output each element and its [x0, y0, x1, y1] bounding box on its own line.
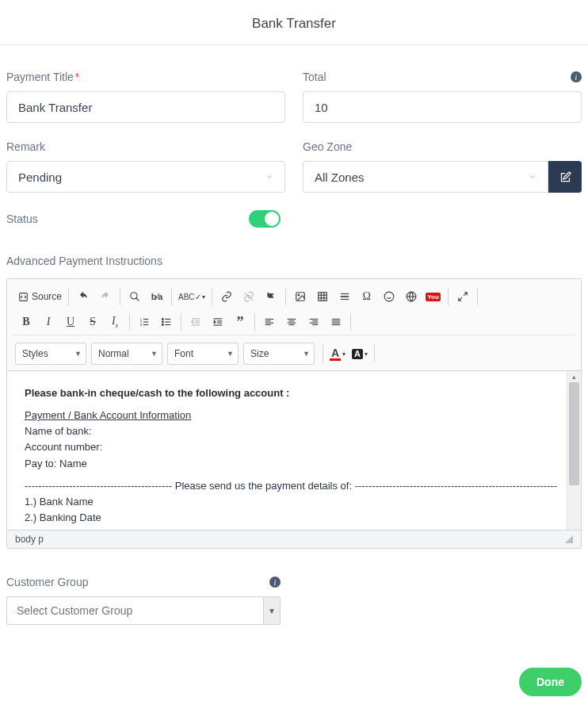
geo-zone-select[interactable]: All Zones — [303, 161, 548, 193]
font-select[interactable]: Font — [167, 343, 239, 365]
strike-icon: S — [90, 316, 96, 328]
table-button[interactable] — [311, 285, 334, 308]
blockquote-button[interactable]: ” — [229, 311, 251, 333]
italic-button[interactable]: I — [37, 311, 59, 333]
globe-icon — [406, 291, 417, 302]
horizontal-line-icon — [339, 291, 350, 302]
bold-button[interactable]: B — [15, 311, 37, 333]
unlink-button[interactable] — [238, 285, 260, 308]
source-button[interactable]: Source — [15, 285, 65, 308]
redo-icon — [100, 291, 111, 302]
info-icon[interactable]: i — [269, 577, 281, 588]
align-center-button[interactable] — [281, 311, 303, 333]
page-title: Bank Transfer — [0, 0, 588, 45]
geo-zone-label: Geo Zone — [303, 140, 582, 153]
edit-geo-zone-button[interactable] — [548, 161, 582, 193]
maximize-button[interactable] — [452, 285, 474, 308]
editor-line: Name of bank: — [25, 423, 563, 439]
search-icon — [129, 291, 140, 302]
chevron-down-icon: ▼ — [268, 607, 276, 615]
anchor-button[interactable] — [260, 285, 282, 308]
editor-content-area[interactable]: Please bank-in cheque/cash to the follow… — [7, 371, 581, 530]
strike-button[interactable]: S — [82, 311, 104, 333]
remove-format-button[interactable]: Ix — [104, 311, 126, 333]
edit-icon — [559, 171, 571, 183]
link-icon — [221, 291, 232, 302]
editor-line: ----------------------------------------… — [25, 478, 563, 494]
size-select[interactable]: Size — [243, 343, 315, 365]
payment-title-input[interactable] — [6, 91, 285, 123]
customer-group-label: Customer Group — [6, 576, 88, 588]
image-icon — [295, 291, 306, 302]
redo-button[interactable] — [94, 285, 116, 308]
svg-point-5 — [298, 294, 300, 296]
remark-select[interactable]: Pending — [6, 161, 285, 193]
format-select[interactable]: Normal — [91, 343, 162, 365]
editor-line: 1.) Bank Name — [25, 494, 563, 510]
indent-button[interactable] — [207, 311, 229, 333]
align-justify-icon — [330, 316, 342, 328]
svg-point-1 — [131, 293, 137, 299]
source-icon — [18, 292, 29, 302]
customer-group-dropdown-button[interactable]: ▼ — [263, 596, 281, 625]
outdent-icon — [190, 316, 201, 328]
replace-icon: b⁄a — [151, 292, 163, 301]
outdent-button[interactable] — [185, 311, 207, 333]
spellcheck-button[interactable]: ABC✓▾ — [175, 285, 208, 308]
underline-icon: U — [67, 316, 74, 328]
svg-point-29 — [162, 321, 163, 323]
underline-button[interactable]: U — [59, 311, 82, 333]
svg-point-14 — [384, 292, 394, 301]
bullet-list-icon — [161, 316, 172, 328]
maximize-icon — [457, 291, 468, 302]
align-justify-button[interactable] — [325, 311, 347, 333]
align-right-icon — [308, 316, 319, 328]
replace-button[interactable]: b⁄a — [146, 285, 168, 308]
undo-icon — [78, 291, 89, 302]
bold-icon: B — [22, 316, 29, 328]
smiley-icon — [384, 291, 395, 302]
special-char-button[interactable]: Ω — [356, 285, 378, 308]
numbered-list-button[interactable]: 123 — [133, 311, 155, 333]
undo-button[interactable] — [72, 285, 94, 308]
link-button[interactable] — [216, 285, 238, 308]
bg-color-icon: A — [352, 349, 363, 359]
spellcheck-icon: ABC✓ — [178, 293, 201, 301]
total-input[interactable] — [303, 91, 582, 123]
payment-title-label: Payment Title* — [6, 71, 285, 83]
flag-icon — [265, 291, 277, 302]
horizontal-line-button[interactable] — [334, 285, 356, 308]
quote-icon: ” — [237, 314, 244, 331]
editor-scrollbar[interactable]: ▴ — [567, 371, 581, 530]
numbered-list-icon: 123 — [139, 316, 150, 328]
indent-icon — [212, 316, 223, 328]
svg-line-2 — [136, 298, 139, 301]
status-label: Status — [6, 213, 38, 225]
editor-element-path[interactable]: body p — [15, 534, 44, 545]
iframe-button[interactable] — [400, 285, 422, 308]
unlink-icon — [243, 291, 254, 302]
emoji-button[interactable] — [378, 285, 400, 308]
styles-select[interactable]: Styles — [15, 343, 86, 365]
bg-color-button[interactable]: A ▾ — [349, 343, 371, 365]
svg-point-30 — [162, 324, 163, 326]
align-right-button[interactable] — [303, 311, 325, 333]
rich-text-editor: Source b⁄a ABC✓▾ Ω — [6, 278, 582, 549]
image-button[interactable] — [289, 285, 311, 308]
find-button[interactable] — [124, 285, 146, 308]
resize-handle[interactable] — [565, 535, 573, 543]
align-left-button[interactable] — [258, 311, 281, 333]
svg-point-28 — [162, 319, 163, 320]
editor-line: Pay to: Name — [25, 456, 563, 472]
text-color-button[interactable]: A ▾ — [326, 343, 349, 365]
customer-group-select[interactable] — [6, 596, 263, 625]
done-button[interactable]: Done — [519, 668, 582, 696]
advanced-instructions-label: Advanced Payment Instructions — [6, 255, 582, 267]
status-toggle[interactable] — [249, 210, 281, 228]
table-icon — [317, 291, 328, 302]
bullet-list-button[interactable] — [155, 311, 178, 333]
youtube-button[interactable]: You — [422, 285, 445, 308]
align-left-icon — [264, 316, 275, 328]
info-icon[interactable]: i — [571, 71, 582, 82]
scroll-up-icon: ▴ — [567, 373, 581, 381]
